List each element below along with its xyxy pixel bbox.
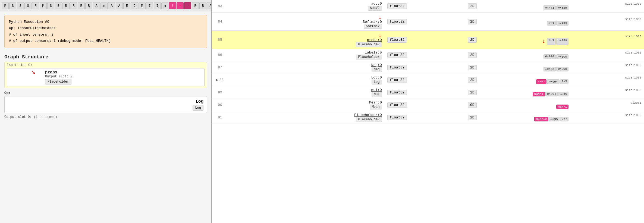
op-name-link[interactable]: Placeholder:0 <box>354 113 382 117</box>
dtype-cell: float32 <box>385 12 465 31</box>
table-row: 86 labels:0 Placeholder float322D size:1… <box>212 49 644 61</box>
output-slot-label: Output slot 0: (1 consumer) <box>4 115 207 119</box>
op-name-link[interactable]: probs:0 <box>367 38 382 42</box>
char-btn-minus1[interactable]: - <box>177 2 184 9</box>
row-number: 91 <box>212 111 228 124</box>
row-number: 85 <box>212 31 228 49</box>
char-btn-M2[interactable]: M <box>139 2 146 9</box>
expand-btn[interactable]: ▶ <box>216 78 218 82</box>
dim-cell: 2D <box>465 111 511 124</box>
size-dims: NaN×10×904▭×95 <box>514 92 568 96</box>
placeholder-btn[interactable]: Placeholder <box>45 79 71 84</box>
dim-chip: 0×1 <box>547 38 556 45</box>
size-label: size:1000 <box>514 64 641 67</box>
size-label: size:1000 <box>514 114 641 117</box>
row-number: ▶88 <box>212 74 228 86</box>
size-cell: size:1000 ↓0×1▭×999 <box>511 31 644 49</box>
op-name-cell: add:0 AddV2 <box>228 0 385 12</box>
dim-chip: NaN×10 <box>534 117 548 121</box>
op-name-link[interactable]: Mean:0 <box>369 100 382 105</box>
size-label: size:1000 <box>514 76 641 79</box>
op-name-link[interactable]: Neg:0 <box>371 63 382 67</box>
char-btn-excl[interactable]: ! <box>169 2 176 9</box>
table-container: 83 add:0 AddV2 float322D size:1000 ▭×471… <box>212 0 644 124</box>
dim-chip: NaN×1 <box>533 92 545 96</box>
size-cell: size:1000 ▭×471▭×529 <box>511 0 644 12</box>
table-row: 91 Placeholder:0 Placeholder float322D s… <box>212 111 644 124</box>
dtype-badge: float32 <box>387 77 407 83</box>
size-label: size:1000 <box>514 89 641 92</box>
dim-chip: ▭×529 <box>556 5 568 10</box>
graph-structure-title: Graph Structure <box>4 54 207 60</box>
input-slot-label: Input slot 0: <box>7 63 205 67</box>
char-btn-minus2[interactable]: - <box>184 2 191 9</box>
dim-chip: ▭×999 <box>556 21 568 26</box>
char-btn-S3[interactable]: S <box>24 2 32 9</box>
op-type-badge: Mul <box>372 92 382 97</box>
row-number: 89 <box>212 86 228 99</box>
dim-chip: ▭×100 <box>544 67 556 71</box>
op-name-cell: ↓ Softmax:0 Softmax <box>228 12 385 31</box>
char-btn-S5[interactable]: S <box>55 2 62 9</box>
dim-cell: 2D <box>465 61 511 74</box>
char-btn-C1[interactable]: C <box>131 2 138 9</box>
op-inner-btn[interactable]: Log <box>193 105 203 111</box>
char-btn-R7[interactable]: R <box>199 2 206 9</box>
char-btn-R2[interactable]: R <box>62 2 70 9</box>
dtype-badge: float32 <box>387 102 407 108</box>
dtype-cell: float32 <box>385 61 465 74</box>
dim-cell: 2D <box>465 86 511 99</box>
row-number: 86 <box>212 49 228 61</box>
char-btn-R5[interactable]: R <box>85 2 92 9</box>
char-btn-M[interactable]: M <box>40 2 47 9</box>
dtype-cell: float32 <box>385 111 465 124</box>
dim-chip: 0×900 <box>544 54 556 59</box>
char-btn-R3[interactable]: R <box>70 2 77 9</box>
char-btn-A3[interactable]: A <box>116 2 123 9</box>
size-dims: NaN×1 <box>514 105 568 109</box>
char-btn-A2[interactable]: A <box>108 2 115 9</box>
op-name-link[interactable]: Softmax:0 <box>363 20 382 24</box>
table-row: 85 ↓ probs:0 Placeholder float322D size:… <box>212 31 644 49</box>
char-btn-m1[interactable]: m <box>100 2 108 9</box>
dim-badge: 2D <box>468 3 477 9</box>
size-dims: -∞×1▭×9940×5 <box>514 79 568 84</box>
char-btn-A1[interactable]: A <box>93 2 100 9</box>
char-btn-I1[interactable]: I <box>146 2 153 9</box>
size-label: size:1000 <box>514 18 641 21</box>
size-label: size:1000 <box>514 2 641 5</box>
char-btn-S2[interactable]: S <box>17 2 24 9</box>
char-btn-R1[interactable]: R <box>32 2 39 9</box>
slot-inner: ➘ probs Output slot: 0 Placeholder <box>7 68 205 86</box>
dtype-badge: float32 <box>387 115 407 120</box>
char-btn-I2[interactable]: I <box>154 2 161 9</box>
char-toolbar: P S S S R M S S R R R R A m A A E C M I … <box>0 0 211 11</box>
char-btn-R6[interactable]: R <box>192 2 199 9</box>
char-btn-S4[interactable]: S <box>47 2 54 9</box>
dtype-cell: float32 <box>385 99 465 111</box>
op-name-cell: Mean:0 Mean <box>228 99 385 111</box>
char-btn-S1[interactable]: S <box>9 2 16 9</box>
row-number: 90 <box>212 99 228 111</box>
table-row: 90 Mean:0 Mean float320D size:1 NaN×1 <box>212 99 644 111</box>
op-name-link[interactable]: mul:0 <box>371 88 382 92</box>
op-type-badge: Mean <box>370 105 382 109</box>
char-btn-m2[interactable]: m <box>161 2 168 9</box>
char-btn-A4[interactable]: A <box>207 2 211 9</box>
size-cell: size:1 NaN×1 <box>511 99 644 111</box>
char-btn-E[interactable]: E <box>123 2 130 9</box>
op-box: Log Log <box>4 96 207 113</box>
op-type-badge: Neg <box>372 67 382 72</box>
op-type-badge: Log <box>372 80 382 84</box>
probs-link[interactable]: probs <box>45 70 57 75</box>
op-name-link[interactable]: labels:0 <box>365 51 382 55</box>
size-cell: size:1000 ▭×1000×900 <box>511 61 644 74</box>
dim-cell: 0D <box>465 99 511 111</box>
dim-cell: 2D <box>465 12 511 31</box>
op-name-link[interactable]: Log:0 <box>371 76 382 80</box>
op-type-badge: Softmax <box>364 24 382 29</box>
char-btn-R4[interactable]: R <box>78 2 85 9</box>
char-btn-P[interactable]: P <box>2 2 9 9</box>
op-name-link[interactable]: add:0 <box>371 2 382 6</box>
dim-chip: ▭×994 <box>547 79 559 84</box>
